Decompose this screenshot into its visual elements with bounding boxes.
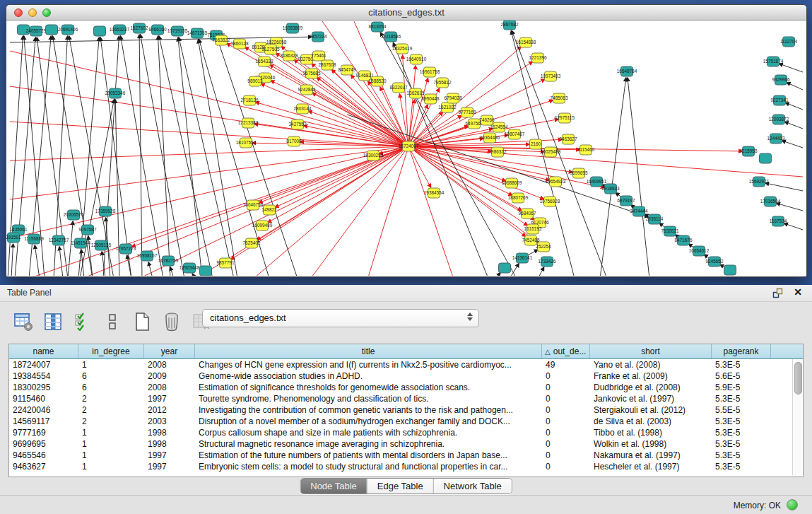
- graph-node[interactable]: 8918923: [602, 184, 620, 194]
- window-titlebar[interactable]: citations_edges.txt: [6, 5, 806, 21]
- graph-node[interactable]: 12093872: [769, 115, 789, 124]
- graph-node[interactable]: 18325419: [392, 44, 413, 54]
- tab-network-table[interactable]: Network Table: [433, 479, 512, 493]
- table-mode-icon[interactable]: [13, 311, 34, 332]
- column-header-out-de-[interactable]: △out_de...: [542, 344, 590, 358]
- graph-node[interactable]: 20206576: [64, 210, 84, 220]
- graph-node[interactable]: 8466160: [149, 25, 167, 35]
- table-row[interactable]: 1872400712008Changes of HCN gene express…: [9, 359, 803, 370]
- graph-node[interactable]: 17016504: [760, 197, 781, 206]
- vertical-scrollbar[interactable]: [792, 359, 802, 475]
- column-header-title[interactable]: title: [195, 344, 542, 358]
- graph-node[interactable]: 19384554: [424, 188, 445, 198]
- table-row[interactable]: 911546021997Tourette syndrome. Phenomeno…: [9, 393, 803, 404]
- graph-node[interactable]: 11451944: [71, 238, 90, 248]
- graph-node[interactable]: 1244413: [767, 134, 785, 144]
- graph-node[interactable]: 8186328: [281, 51, 298, 61]
- network-view-canvas[interactable]: 2405572920691406106532371527602846616010…: [6, 21, 805, 276]
- graph-node[interactable]: 9097587: [79, 225, 97, 235]
- graph-node[interactable]: 20364486: [480, 133, 500, 143]
- graph-node[interactable]: 746266: [479, 115, 495, 125]
- graph-node[interactable]: 16154838: [516, 37, 536, 47]
- scrollbar-thumb[interactable]: [794, 362, 802, 395]
- graph-node[interactable]: 1624554: [490, 122, 508, 132]
- graph-node[interactable]: 16961758: [420, 67, 440, 77]
- graph-node[interactable]: 14671355: [187, 28, 208, 38]
- graph-node[interactable]: 9329966: [772, 75, 790, 85]
- delete-column-icon[interactable]: [161, 311, 182, 332]
- table-row[interactable]: 946362711997Embryonic stem cells: a mode…: [9, 461, 803, 472]
- tab-edge-table[interactable]: Edge Table: [367, 479, 433, 493]
- graph-node[interactable]: 2887682: [501, 21, 519, 30]
- float-panel-icon[interactable]: [772, 288, 784, 298]
- graph-node[interactable]: 2803144: [294, 104, 312, 114]
- graph-node[interactable]: 6979197: [618, 196, 635, 206]
- graph-node[interactable]: 20691406: [58, 25, 78, 35]
- column-header-short[interactable]: short: [590, 344, 712, 358]
- graph-node[interactable]: 12975115: [555, 113, 575, 123]
- graph-node[interactable]: 1221396: [529, 53, 547, 63]
- graph-node[interactable]: 775461: [311, 51, 326, 61]
- table-select-dropdown[interactable]: citations_edges.txt: [202, 309, 479, 327]
- table-row[interactable]: 2242004622012Investigating the contribut…: [9, 404, 803, 416]
- graph-node[interactable]: 16053809: [283, 23, 303, 33]
- graph-node[interactable]: 10719155: [167, 26, 188, 36]
- graph-node[interactable]: 15692971: [749, 177, 770, 187]
- memory-status-indicator[interactable]: [787, 499, 798, 510]
- graph-node[interactable]: 2867608: [319, 60, 336, 70]
- graph-node[interactable]: 6794028: [445, 93, 462, 103]
- column-header-pagerank[interactable]: pagerank: [712, 344, 771, 358]
- graph-node[interactable]: 3675685: [303, 69, 321, 78]
- table-row[interactable]: 977716911998Corpus callosum shape and si…: [9, 427, 803, 438]
- graph-node[interactable]: 149822: [261, 205, 277, 215]
- graph-node[interactable]: [46, 25, 58, 35]
- graph-node[interactable]: 9227341: [771, 95, 789, 105]
- graph-node[interactable]: 1527602: [131, 23, 148, 33]
- column-header-name[interactable]: name: [9, 344, 78, 358]
- select-columns-icon[interactable]: [72, 311, 93, 332]
- graph-node[interactable]: 9115460: [577, 145, 595, 155]
- graph-node[interactable]: 19218586: [381, 32, 401, 42]
- table-row[interactable]: 1938455462009Genome-wide association stu…: [9, 370, 803, 382]
- graph-node[interactable]: 7485063: [551, 93, 568, 103]
- graph-node[interactable]: 1167534: [770, 216, 787, 226]
- graph-node[interactable]: 10654012: [689, 246, 710, 256]
- graph-node[interactable]: 10756928: [540, 197, 560, 206]
- column-header-year[interactable]: year: [144, 344, 195, 358]
- graph-node[interactable]: 9684067: [519, 209, 536, 218]
- table-panel-titlebar[interactable]: Table Panel ✕: [0, 285, 812, 302]
- close-panel-icon[interactable]: ✕: [794, 286, 802, 298]
- graph-node[interactable]: 19654923: [546, 177, 566, 187]
- graph-node[interactable]: 8990448: [422, 94, 440, 104]
- graph-node[interactable]: 2935114: [646, 214, 664, 224]
- graph-node[interactable]: 9699695: [570, 168, 588, 178]
- table-row[interactable]: 946554611997Estimation of the future num…: [9, 450, 803, 461]
- graph-node[interactable]: 16046756: [243, 200, 264, 210]
- graph-node[interactable]: 9860128: [231, 39, 249, 49]
- graph-node[interactable]: 817008: [286, 136, 302, 146]
- graph-node[interactable]: 1733426: [539, 257, 556, 267]
- graph-node[interactable]: 252254: [536, 242, 551, 252]
- graph-node[interactable]: 16958107: [137, 251, 158, 261]
- graph-node[interactable]: 7632621: [661, 226, 679, 236]
- graph-node[interactable]: 1588520: [369, 76, 387, 86]
- graph-node[interactable]: 7955812: [434, 78, 452, 88]
- graph-node[interactable]: 2160: [530, 139, 542, 149]
- graph-node[interactable]: 10807487: [505, 129, 525, 139]
- create-column-icon[interactable]: [131, 311, 153, 332]
- graph-node[interactable]: 14136141: [512, 253, 533, 263]
- graph-node[interactable]: 8471676: [675, 235, 693, 245]
- graph-node[interactable]: [724, 265, 736, 275]
- graph-node[interactable]: 16640910: [406, 54, 427, 64]
- graph-node[interactable]: 2718126: [241, 95, 259, 105]
- table-row[interactable]: 1456911722003Disruption of a novel membe…: [9, 416, 803, 427]
- row-height-icon[interactable]: [102, 311, 123, 332]
- tab-node-table[interactable]: Node Table: [300, 479, 367, 493]
- graph-node[interactable]: 12923448: [180, 263, 200, 273]
- column-header-in-degree[interactable]: in_degree: [78, 344, 144, 358]
- graph-node[interactable]: 989013: [247, 76, 263, 86]
- graph-node[interactable]: 1112704: [780, 37, 797, 47]
- graph-node[interactable]: 391591: [6, 233, 21, 243]
- graph-node[interactable]: 10653237: [110, 25, 130, 35]
- table-row[interactable]: 1830029562008Estimation of significance …: [9, 382, 803, 393]
